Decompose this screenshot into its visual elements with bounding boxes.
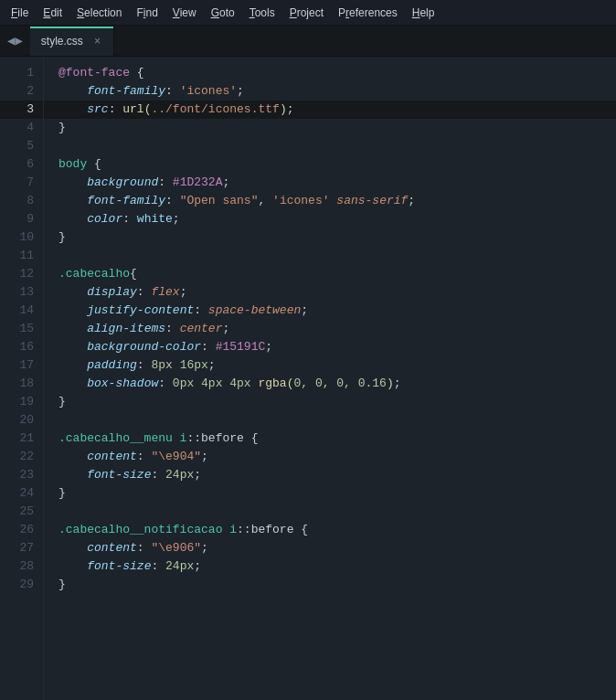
line-num-20: 20 [0, 411, 43, 430]
code-line-7: background: #1D232A; [44, 174, 616, 192]
tab-style-css[interactable]: style.css × [30, 26, 114, 56]
line-num-29: 29 [0, 576, 43, 594]
line-num-15: 15 [0, 320, 43, 338]
line-num-10: 10 [0, 228, 43, 247]
line-num-23: 23 [0, 466, 43, 484]
code-line-22: content: "\e904"; [44, 448, 616, 466]
line-num-7: 7 [0, 174, 43, 192]
code-line-18: box-shadow: 0px 4px 4px rgba(0, 0, 0, 0.… [44, 375, 616, 393]
line-num-5: 5 [0, 137, 43, 155]
code-line-24: } [44, 484, 616, 503]
line-num-6: 6 [0, 155, 43, 174]
line-num-13: 13 [0, 283, 43, 302]
code-line-4: } [44, 119, 616, 137]
code-content[interactable]: @font-face { font-family: 'icones'; src:… [44, 57, 616, 700]
line-num-11: 11 [0, 247, 43, 265]
code-line-13: display: flex; [44, 283, 616, 302]
code-line-6: body { [44, 155, 616, 174]
code-line-23: font-size: 24px; [44, 466, 616, 484]
line-num-21: 21 [0, 430, 43, 448]
line-num-2: 2 [0, 82, 43, 101]
line-num-4: 4 [0, 119, 43, 137]
line-num-12: 12 [0, 265, 43, 283]
code-line-1: @font-face { [44, 64, 616, 82]
code-line-3: src: url(../font/icones.ttf); [44, 101, 616, 119]
tab-bar: ◀▶ style.css × [0, 26, 616, 57]
code-line-15: align-items: center; [44, 320, 616, 338]
line-num-22: 22 [0, 448, 43, 466]
line-num-3: 3 [0, 101, 43, 119]
menu-help[interactable]: Help [405, 5, 442, 21]
line-num-1: 1 [0, 64, 43, 82]
line-num-28: 28 [0, 557, 43, 576]
tab-nav-button[interactable]: ◀▶ [0, 26, 30, 56]
code-line-12: .cabecalho{ [44, 265, 616, 283]
menu-tools[interactable]: Tools [242, 5, 282, 21]
tab-label: style.css [41, 35, 83, 48]
code-line-11 [44, 247, 616, 265]
line-num-24: 24 [0, 484, 43, 503]
code-line-29: } [44, 576, 616, 594]
code-line-25 [44, 503, 616, 521]
line-num-9: 9 [0, 210, 43, 228]
line-num-26: 26 [0, 521, 43, 539]
code-line-5 [44, 137, 616, 155]
code-line-14: justify-content: space-between; [44, 302, 616, 320]
menu-bar: File Edit Selection Find View Goto Tools… [0, 0, 616, 26]
line-num-16: 16 [0, 338, 43, 356]
code-line-9: color: white; [44, 210, 616, 228]
code-line-16: background-color: #15191C; [44, 338, 616, 356]
line-num-19: 19 [0, 393, 43, 411]
code-line-2: font-family: 'icones'; [44, 82, 616, 101]
code-line-21: .cabecalho__menu i::before { [44, 430, 616, 448]
menu-view[interactable]: View [165, 5, 204, 21]
line-numbers: 1 2 3 4 5 6 7 8 9 10 11 12 13 14 15 16 1… [0, 57, 44, 700]
editor: 1 2 3 4 5 6 7 8 9 10 11 12 13 14 15 16 1… [0, 57, 616, 700]
code-line-17: padding: 8px 16px; [44, 356, 616, 375]
line-num-25: 25 [0, 503, 43, 521]
menu-goto[interactable]: Goto [204, 5, 242, 21]
tab-close-button[interactable]: × [92, 33, 102, 49]
line-num-18: 18 [0, 375, 43, 393]
menu-selection[interactable]: Selection [69, 5, 129, 21]
code-line-26: .cabecalho__notificacao i::before { [44, 521, 616, 539]
code-line-20 [44, 411, 616, 430]
menu-file[interactable]: File [4, 5, 36, 21]
menu-edit[interactable]: Edit [36, 5, 69, 21]
code-line-19: } [44, 393, 616, 411]
code-line-28: font-size: 24px; [44, 557, 616, 576]
menu-preferences[interactable]: Preferences [331, 5, 405, 21]
code-line-8: font-family: "Open sans", 'icones' sans-… [44, 192, 616, 210]
line-num-8: 8 [0, 192, 43, 210]
menu-project[interactable]: Project [282, 5, 331, 21]
menu-find[interactable]: Find [129, 5, 165, 21]
line-num-27: 27 [0, 539, 43, 557]
code-line-27: content: "\e906"; [44, 539, 616, 557]
line-num-14: 14 [0, 302, 43, 320]
line-num-17: 17 [0, 356, 43, 375]
code-line-10: } [44, 228, 616, 247]
